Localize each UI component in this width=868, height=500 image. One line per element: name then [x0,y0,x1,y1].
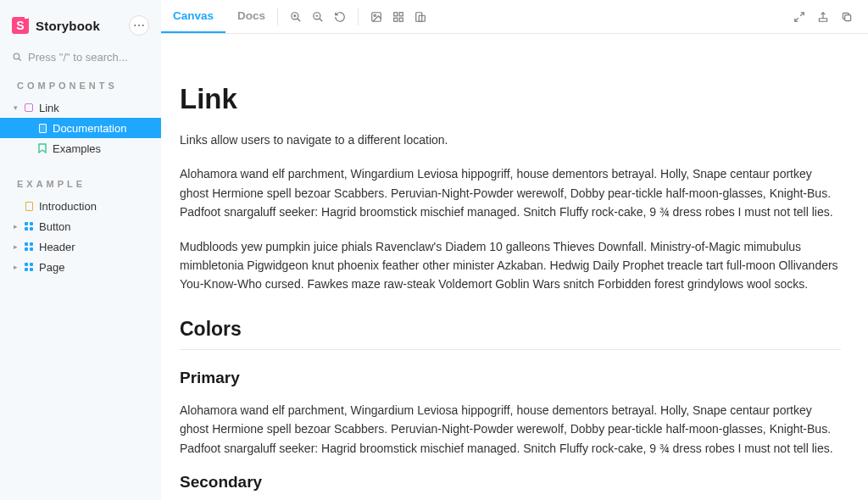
tree-item-introduction[interactable]: Introduction [0,196,161,216]
svg-line-18 [795,18,798,21]
fullscreen-icon[interactable] [793,11,805,23]
components-tree: ▾ Link Documentation Examples [0,97,161,158]
tree-item-header[interactable]: ▸ Header [0,236,161,257]
tree-item-label: Header [39,241,75,253]
svg-line-7 [320,18,323,21]
caret-right-icon: ▸ [14,263,22,271]
tab-canvas[interactable]: Canvas [161,0,225,33]
documentation-article: Link Links allow users to navigate to a … [161,34,868,500]
main-panel: Canvas Docs Link Links allow users to na… [161,0,868,500]
svg-rect-11 [394,12,398,15]
svg-line-1 [19,58,21,61]
brand-name: Storybook [36,19,100,33]
doc-paragraph: Alohamora wand elf parchment, Wingardium… [180,164,841,221]
section-label-example: EXAMPLE [0,179,161,189]
doc-subheading-primary: Primary [180,369,841,387]
tree-item-link[interactable]: ▾ Link [0,97,161,118]
search-placeholder: Press "/" to search... [28,51,128,64]
toolbar: Canvas Docs [161,0,868,34]
viewport-icon[interactable] [415,11,426,23]
open-external-icon[interactable] [817,11,829,23]
tab-docs[interactable]: Docs [225,0,277,33]
grid-icon [24,242,34,252]
doc-paragraph: Alohamora wand elf parchment, Wingardium… [180,401,841,458]
tree-item-label: Link [39,102,59,114]
sidebar: S Storybook ⋯ Press "/" to search... COM… [0,0,161,500]
more-menu-button[interactable]: ⋯ [129,15,149,36]
search-icon [12,52,23,63]
storybook-logo-icon: S [12,17,29,34]
tree-item-label: Button [39,220,71,233]
doc-intro: Links allow users to navigate to a diffe… [180,131,841,149]
svg-line-17 [800,12,804,15]
zoom-in-icon[interactable] [290,11,302,23]
svg-line-3 [298,18,301,21]
tree-item-documentation[interactable]: Documentation [0,118,161,138]
search-input[interactable]: Press "/" to search... [0,51,161,64]
section-label-components: COMPONENTS [0,81,161,91]
doc-title: Link [180,83,841,115]
tree-item-button[interactable]: ▸ Button [0,216,161,236]
caret-right-icon: ▸ [14,242,22,251]
toolbar-right [793,0,858,33]
tree-item-label: Introduction [39,200,97,213]
grid-icon [24,262,34,272]
svg-point-0 [14,53,19,58]
zoom-out-icon[interactable] [312,11,324,23]
grid-icon [24,221,34,231]
svg-rect-13 [394,18,398,21]
zoom-controls [278,0,358,33]
tree-item-label: Examples [53,142,101,155]
view-tabs: Canvas Docs [161,0,277,33]
grid-toggle-icon[interactable] [392,11,404,23]
svg-rect-12 [399,12,403,15]
sidebar-header: S Storybook ⋯ [0,12,161,36]
component-icon [24,103,34,113]
svg-rect-20 [845,14,851,20]
tree-item-examples[interactable]: Examples [0,138,161,158]
example-tree: Introduction ▸ Button ▸ Header ▸ Page [0,196,161,277]
doc-subheading-secondary: Secondary [180,473,841,492]
copy-link-icon[interactable] [841,11,853,23]
document-icon [24,201,34,211]
addon-controls [359,0,438,33]
svg-rect-19 [819,18,826,21]
doc-heading-colors: Colors [180,318,841,350]
tree-item-label: Page [39,261,64,274]
zoom-reset-icon[interactable] [334,11,346,23]
bookmark-icon [37,143,47,153]
tree-item-label: Documentation [53,122,126,135]
tree-item-page[interactable]: ▸ Page [0,257,161,277]
caret-right-icon: ▸ [14,222,22,231]
doc-paragraph: Mudbloods yew pumpkin juice phials Raven… [180,237,841,294]
svg-rect-14 [399,18,403,21]
svg-point-10 [374,14,376,16]
caret-down-icon: ▾ [14,103,22,112]
background-icon[interactable] [370,11,382,23]
document-icon [37,123,47,133]
doc-scroll-area[interactable]: Link Links allow users to navigate to a … [161,34,868,500]
